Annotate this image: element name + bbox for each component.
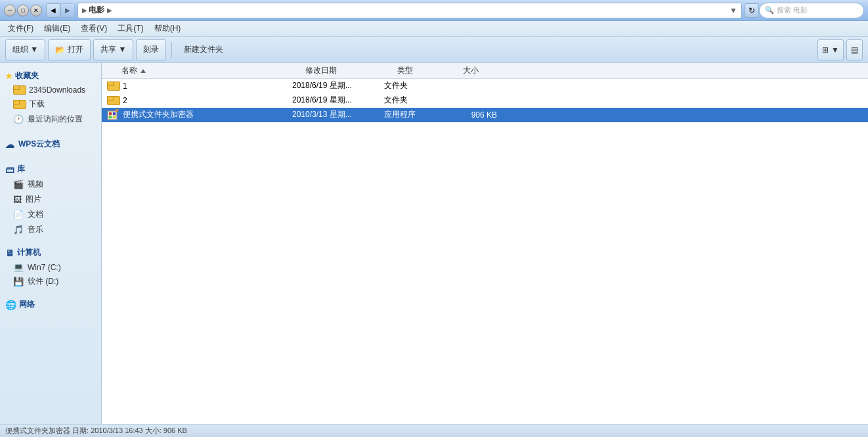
view-mode-button[interactable]: ⊞ ▼ — [817, 39, 844, 60]
back-button[interactable]: ◀ — [46, 3, 60, 18]
menu-view[interactable]: 查看(V) — [76, 22, 112, 35]
search-placeholder: 搜索 电影 — [777, 5, 808, 15]
menu-bar: 文件(F) 编辑(E) 查看(V) 工具(T) 帮助(H) — [0, 21, 868, 37]
close-button[interactable]: ✕ — [30, 5, 42, 16]
d-drive-icon: 💾 — [13, 277, 24, 287]
status-bar: 便携式文件夹加密器 日期: 2010/3/13 16:43 大小: 906 KB — [0, 424, 868, 437]
favorites-section: ★ 收藏夹 2345Downloads 下载 🕐 最近访问的位置 — [3, 68, 98, 127]
sidebar-item-d-drive[interactable]: 💾 软件 (D:) — [3, 274, 98, 289]
svg-rect-1 — [109, 112, 112, 115]
table-row[interactable]: 1 2018/6/19 星期... 文件夹 — [102, 79, 868, 93]
sidebar-label-2345downloads: 2345Downloads — [29, 85, 85, 95]
file-type: 文件夹 — [384, 80, 450, 91]
menu-file[interactable]: 文件(F) — [3, 22, 39, 35]
sidebar-item-2345downloads[interactable]: 2345Downloads — [3, 83, 98, 97]
col-header-name[interactable]: 名称 — [119, 65, 303, 76]
file-name: 1 — [123, 81, 292, 91]
organize-label: 组织 ▼ — [12, 44, 38, 55]
sidebar-item-c-drive[interactable]: 💻 Win7 (C:) — [3, 260, 98, 274]
sidebar-item-downloads[interactable]: 下载 — [3, 97, 98, 112]
computer-label: 计算机 — [17, 247, 41, 258]
main-area: ★ 收藏夹 2345Downloads 下载 🕐 最近访问的位置 ☁ WPS云文… — [0, 63, 868, 424]
favorites-header[interactable]: ★ 收藏夹 — [3, 68, 98, 83]
open-button[interactable]: 📂 打开 — [48, 39, 91, 60]
network-section: 🌐 网络 — [3, 297, 98, 312]
open-icon: 📂 — [55, 45, 65, 55]
sidebar-item-music[interactable]: 🎵 音乐 — [3, 222, 98, 237]
new-folder-button[interactable]: 新建文件夹 — [177, 39, 230, 60]
menu-edit[interactable]: 编辑(E) — [39, 22, 76, 35]
search-box[interactable]: 🔍 搜索 电影 — [759, 3, 864, 18]
preview-toggle-button[interactable]: ▤ — [846, 39, 863, 60]
documents-icon: 📄 — [13, 210, 24, 219]
preview-icon: ▤ — [851, 45, 858, 55]
maximize-button[interactable]: □ — [17, 5, 29, 16]
sidebar-item-video[interactable]: 🎬 视频 — [3, 177, 98, 192]
sidebar-label-downloads: 下载 — [29, 99, 45, 110]
computer-icon: 🖥 — [5, 248, 14, 258]
col-header-type[interactable]: 类型 — [395, 65, 460, 76]
sidebar-item-pictures[interactable]: 🖼 图片 — [3, 192, 98, 207]
network-header[interactable]: 🌐 网络 — [3, 297, 98, 312]
address-bar[interactable]: ▶ 电影 ▶ ▼ — [77, 3, 742, 18]
toolbar-separator — [171, 42, 172, 58]
sort-icon — [141, 69, 146, 73]
col-header-date[interactable]: 修改日期 — [303, 65, 395, 76]
svg-rect-3 — [109, 116, 112, 118]
folder-icon — [13, 85, 25, 95]
table-row[interactable]: 2 2018/6/19 星期... 文件夹 — [102, 93, 868, 108]
favorites-collapse-icon: ★ — [5, 72, 12, 81]
col-header-size[interactable]: 大小 — [460, 65, 513, 76]
svg-rect-5 — [116, 109, 118, 112]
path-arrow: ▶ — [82, 7, 87, 14]
open-label: 打开 — [68, 44, 83, 55]
favorites-label: 收藏夹 — [15, 70, 39, 81]
file-date: 2018/6/19 星期... — [292, 80, 384, 91]
window-controls[interactable]: ─ □ ✕ — [4, 5, 42, 16]
sidebar-label-d-drive: 软件 (D:) — [28, 276, 58, 287]
video-icon: 🎬 — [13, 179, 24, 189]
path-label: 电影 — [89, 5, 104, 16]
sidebar-item-recent[interactable]: 🕐 最近访问的位置 — [3, 112, 98, 127]
network-label: 网络 — [19, 299, 35, 310]
folder-icon — [107, 81, 119, 91]
sidebar-label-documents: 文档 — [28, 209, 43, 220]
search-icon: 🔍 — [765, 6, 774, 14]
minimize-button[interactable]: ─ — [4, 5, 16, 16]
svg-rect-4 — [113, 116, 116, 118]
menu-help[interactable]: 帮助(H) — [149, 22, 186, 35]
sidebar-label-pictures: 图片 — [26, 194, 41, 205]
library-header[interactable]: 🗃 库 — [3, 162, 98, 177]
cloud-icon: ☁ — [5, 139, 14, 150]
sidebar-item-documents[interactable]: 📄 文档 — [3, 207, 98, 222]
library-section: 🗃 库 🎬 视频 🖼 图片 📄 文档 🎵 音乐 — [3, 162, 98, 237]
organize-button[interactable]: 组织 ▼ — [5, 39, 45, 60]
network-icon: 🌐 — [5, 300, 16, 310]
folder-icon — [107, 96, 119, 105]
file-name: 便携式文件夹加密器 — [123, 109, 292, 120]
file-icon-folder — [107, 95, 119, 106]
view-icon: ⊞ — [822, 45, 829, 55]
view-dropdown-icon: ▼ — [831, 45, 839, 55]
burn-label: 刻录 — [143, 44, 159, 55]
file-icon-app — [107, 109, 119, 121]
forward-button[interactable]: ▶ — [60, 3, 75, 18]
sidebar-label-c-drive: Win7 (C:) — [28, 263, 61, 272]
content-area: 名称 修改日期 类型 大小 1 2018/6/19 星期... 文件夹 2 20… — [102, 63, 868, 424]
recent-icon: 🕐 — [13, 114, 24, 124]
folder-icon — [13, 100, 25, 109]
burn-button[interactable]: 刻录 — [136, 39, 166, 60]
file-icon-folder — [107, 80, 119, 92]
address-dropdown-btn[interactable]: ▼ — [729, 6, 737, 15]
sidebar: ★ 收藏夹 2345Downloads 下载 🕐 最近访问的位置 ☁ WPS云文… — [0, 63, 102, 424]
sidebar-label-recent: 最近访问的位置 — [28, 114, 83, 125]
share-button[interactable]: 共享 ▼ — [93, 39, 133, 60]
refresh-button[interactable]: ↻ — [745, 3, 759, 18]
computer-header[interactable]: 🖥 计算机 — [3, 245, 98, 260]
cloud-header[interactable]: ☁ WPS云文档 — [3, 135, 98, 154]
menu-tools[interactable]: 工具(T) — [112, 22, 148, 35]
library-icon: 🗃 — [5, 164, 14, 175]
file-size: 906 KB — [450, 110, 502, 120]
file-date: 2010/3/13 星期... — [292, 109, 384, 120]
table-row[interactable]: 便携式文件夹加密器 2010/3/13 星期... 应用程序 906 KB — [102, 108, 868, 122]
